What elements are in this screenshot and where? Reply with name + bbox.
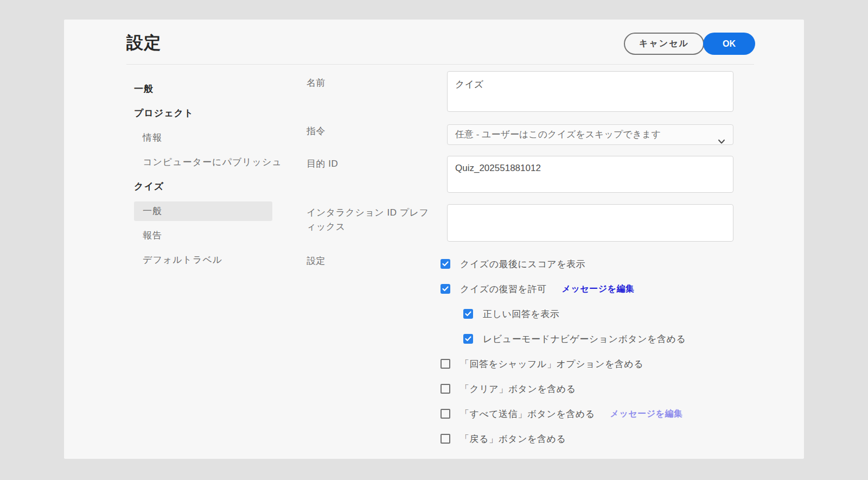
instruction-select-value: 任意 - ユーザーはこのクイズをスキップできます — [455, 129, 661, 140]
checked-checkbox[interactable] — [463, 309, 473, 319]
name-label: 名前 — [307, 76, 437, 90]
chevron-down-icon — [718, 132, 725, 145]
checkmark-icon — [465, 336, 471, 342]
cancel-button[interactable]: キャンセル — [624, 33, 704, 55]
checked-checkbox[interactable] — [463, 334, 473, 344]
quiz-setting-row-2: 正しい回答を表示 — [463, 307, 686, 320]
settings-dialog: 設定 キャンセル OK 一般プロジェクト情報コンピューターにパブリッシュクイズ一… — [64, 20, 804, 459]
settings-sidebar: 一般プロジェクト情報コンピューターにパブリッシュクイズ一般報告デフォルトラベル — [134, 79, 272, 275]
quiz-setting-row-6: 「すべて送信」ボタンを含めるメッセージを編集 — [441, 407, 686, 420]
instruction-label: 指令 — [307, 124, 437, 138]
checkbox-label: レビューモードナビゲーションボタンを含める — [483, 333, 686, 345]
quiz-setting-row-3: レビューモードナビゲーションボタンを含める — [463, 332, 686, 345]
edit-message-link[interactable]: メッセージを編集 — [562, 283, 635, 295]
unchecked-checkbox[interactable] — [441, 434, 450, 444]
checkmark-icon — [442, 261, 449, 267]
quiz-setting-row-0: クイズの最後にスコアを表示 — [441, 257, 686, 270]
sidebar-item-6[interactable]: 報告 — [134, 226, 272, 245]
quiz-setting-row-1: クイズの復習を許可メッセージを編集 — [441, 282, 686, 295]
checkbox-label: 「すべて送信」ボタンを含める — [460, 408, 595, 420]
sidebar-header-4: クイズ — [134, 177, 272, 197]
interaction-id-prefix-label: インタラクション ID プレフィックス — [307, 206, 437, 234]
checkmark-icon — [465, 311, 471, 317]
quiz-setting-row-4: 「回答をシャッフル」オプションを含める — [441, 357, 686, 370]
instruction-select[interactable]: 任意 - ユーザーはこのクイズをスキップできます — [447, 124, 733, 145]
checked-checkbox[interactable] — [441, 284, 450, 294]
settings-label: 設定 — [307, 254, 437, 268]
sidebar-header-0: 一般 — [134, 79, 272, 99]
objective-id-label: 目的 ID — [307, 157, 437, 171]
sidebar-item-2[interactable]: 情報 — [134, 128, 272, 148]
quiz-setting-row-5: 「クリア」ボタンを含める — [441, 382, 686, 395]
checkmark-icon — [442, 286, 449, 292]
checkbox-label: 「戻る」ボタンを含める — [460, 433, 566, 445]
checkbox-label: 「クリア」ボタンを含める — [460, 383, 576, 395]
interaction-id-prefix-input[interactable] — [447, 204, 733, 242]
unchecked-checkbox[interactable] — [441, 359, 450, 369]
sidebar-item-5[interactable]: 一般 — [134, 201, 272, 221]
name-input[interactable]: クイズ — [447, 71, 733, 112]
sidebar-item-7[interactable]: デフォルトラベル — [134, 250, 272, 270]
edit-message-link-disabled[interactable]: メッセージを編集 — [610, 408, 683, 420]
checked-checkbox[interactable] — [441, 259, 450, 269]
sidebar-item-3[interactable]: コンピューターにパブリッシュ — [134, 153, 272, 172]
quiz-settings-checkbox-list: クイズの最後にスコアを表示クイズの復習を許可メッセージを編集正しい回答を表示レビ… — [441, 257, 686, 457]
checkbox-label: クイズの復習を許可 — [460, 283, 547, 295]
quiz-setting-row-7: 「戻る」ボタンを含める — [441, 432, 686, 445]
checkbox-label: クイズの最後にスコアを表示 — [460, 258, 585, 270]
checkbox-label: 正しい回答を表示 — [483, 308, 559, 320]
objective-id-input[interactable]: Quiz_202551881012 — [447, 156, 733, 193]
sidebar-header-1: プロジェクト — [134, 104, 272, 123]
page-title: 設定 — [126, 31, 161, 54]
ok-button[interactable]: OK — [703, 33, 755, 55]
unchecked-checkbox[interactable] — [441, 409, 450, 419]
unchecked-checkbox[interactable] — [441, 384, 450, 394]
header-divider — [126, 64, 754, 65]
checkbox-label: 「回答をシャッフル」オプションを含める — [460, 358, 643, 370]
